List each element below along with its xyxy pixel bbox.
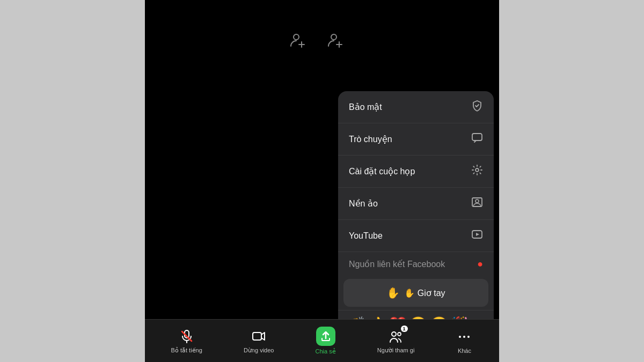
share-icon xyxy=(316,327,335,346)
more-label: Khác xyxy=(458,348,471,354)
svg-point-20 xyxy=(467,336,470,338)
menu-item-settings[interactable]: Cài đặt cuộc họp xyxy=(338,156,494,188)
svg-marker-11 xyxy=(476,233,479,236)
hidden-circle-icon: ● xyxy=(477,258,483,270)
mute-icon xyxy=(178,328,195,345)
toolbar-video[interactable]: Dừng video xyxy=(244,328,274,354)
phone-container: Bảo mật Trò chuyện xyxy=(145,0,499,362)
svg-point-17 xyxy=(398,333,401,336)
svg-point-0 xyxy=(294,34,299,40)
chat-label: Trò chuyện xyxy=(349,134,392,144)
svg-rect-6 xyxy=(472,134,482,141)
more-icon xyxy=(456,328,473,345)
top-icons-area xyxy=(145,32,499,52)
svg-point-3 xyxy=(331,34,336,40)
play-icon xyxy=(471,228,483,243)
menu-item-youtube[interactable]: YouTube xyxy=(338,220,494,252)
participants-badge: 1 xyxy=(401,326,408,332)
toolbar-participants[interactable]: 1 Người tham gi xyxy=(377,328,415,354)
security-label: Bảo mật xyxy=(349,102,382,112)
video-area: Bảo mật Trò chuyện xyxy=(145,0,499,362)
portrait-icon xyxy=(471,196,483,211)
virtual-bg-label: Nền ảo xyxy=(349,198,378,209)
video-icon xyxy=(250,328,267,345)
mute-label: Bỏ tắt tiếng xyxy=(171,347,202,354)
raise-hand-label: ✋ Giơ tay xyxy=(404,288,445,298)
participants-icon: 1 xyxy=(387,328,405,345)
menu-item-chat[interactable]: Trò chuyện xyxy=(338,123,494,156)
toolbar-mute[interactable]: Bỏ tắt tiếng xyxy=(171,328,202,354)
youtube-label: YouTube xyxy=(349,231,383,241)
video-label: Dừng video xyxy=(244,347,274,354)
svg-rect-15 xyxy=(253,333,261,340)
menu-item-hidden[interactable]: Nguồn liên kết Facebook ● xyxy=(338,252,494,276)
svg-point-7 xyxy=(475,168,479,172)
toolbar-share[interactable]: Chia sẻ xyxy=(316,327,336,355)
share-label: Chia sẻ xyxy=(316,348,336,355)
add-participant-right-icon[interactable] xyxy=(327,32,343,52)
chat-icon xyxy=(471,132,483,146)
participants-label: Người tham gi xyxy=(377,347,415,354)
hidden-item-label: Nguồn liên kết Facebook xyxy=(349,259,445,269)
menu-item-security[interactable]: Bảo mật xyxy=(338,91,494,123)
bottom-toolbar: Bỏ tắt tiếng Dừng video xyxy=(145,319,499,362)
gear-icon xyxy=(471,164,483,179)
svg-point-18 xyxy=(459,336,461,338)
toolbar-more[interactable]: Khác xyxy=(456,328,473,354)
add-participant-left-icon[interactable] xyxy=(290,32,306,52)
svg-point-19 xyxy=(463,336,465,338)
svg-point-9 xyxy=(475,200,479,203)
raise-hand-button[interactable]: ✋ ✋ Giơ tay xyxy=(343,279,488,307)
raise-hand-emoji: ✋ xyxy=(386,286,400,299)
menu-item-virtual-bg[interactable]: Nền ảo xyxy=(338,188,494,220)
shield-icon xyxy=(471,100,483,114)
settings-label: Cài đặt cuộc họp xyxy=(349,166,415,176)
svg-point-16 xyxy=(392,332,396,336)
